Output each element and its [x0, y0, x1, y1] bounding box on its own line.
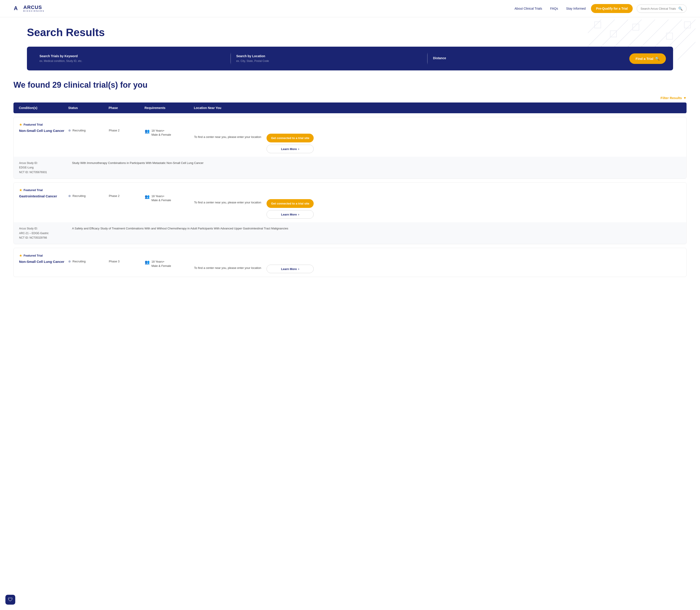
page-title: Search Results	[27, 26, 673, 38]
trials-container: ★ Featured Trial Non-Small Cell Lung Can…	[14, 113, 686, 277]
find-trial-button[interactable]: Find a Trial 🔍	[629, 53, 666, 64]
trial-card: ★ Featured Trial Non-Small Cell Lung Can…	[14, 248, 686, 277]
prequalify-button[interactable]: Pre-Qualify for a Trial	[591, 4, 633, 13]
condition-name: Gastrointestinal Cancer	[19, 194, 68, 198]
logo-sub: BIOSCIENCES	[23, 10, 45, 12]
status-dot	[68, 129, 71, 132]
logo[interactable]: A ARCUS BIOSCIENCES	[14, 4, 45, 13]
distance-label: Distance	[433, 56, 619, 60]
keyword-label: Search Trials by Keyword	[39, 54, 225, 58]
action-cell: Learn More ›	[267, 260, 314, 273]
status-text: Recruiting	[73, 260, 86, 263]
nav-link-about[interactable]: About Clinical Trials	[514, 7, 542, 10]
logo-text: ARCUS	[23, 4, 42, 10]
featured-label: Featured Trial	[23, 123, 43, 126]
header-status: Status	[68, 106, 109, 110]
study-ids: Arcus Study ID: EDGE-Lung NCT ID: NCT056…	[19, 161, 68, 175]
status-text: Recruiting	[73, 129, 86, 132]
filter-label: Filter Results	[661, 96, 682, 100]
condition-col: ★ Featured Trial Non-Small Cell Lung Can…	[19, 123, 68, 133]
phase-cell: Phase 2	[109, 188, 145, 197]
search-box: Search Trials by Keyword ex. Medical con…	[27, 47, 673, 70]
req-text: 18 Years+Male & Female	[152, 260, 171, 268]
study-id-label: Arcus Study ID:	[19, 227, 38, 230]
status-cell: Recruiting	[68, 123, 109, 132]
location-cell: To find a center near you, please enter …	[194, 129, 261, 139]
location-action-col: To find a center near you, please enter …	[194, 253, 681, 273]
location-action-col: To find a center near you, please enter …	[194, 123, 681, 153]
keyword-field: Search Trials by Keyword ex. Medical con…	[34, 54, 230, 63]
trial-card-bottom: Arcus Study ID: EDGE-Lung NCT ID: NCT056…	[14, 157, 686, 178]
chevron-icon: ›	[298, 267, 299, 271]
location-action-col: To find a center near you, please enter …	[194, 188, 681, 219]
distance-field: Distance	[428, 56, 624, 61]
people-icon: 👥	[145, 129, 150, 134]
learn-more-button[interactable]: Learn More ›	[267, 264, 314, 273]
header-conditions: Condition(s)	[19, 106, 68, 110]
study-id-label: Arcus Study ID:	[19, 161, 38, 165]
learn-more-label: Learn More	[281, 213, 297, 216]
star-icon: ★	[19, 188, 22, 192]
study-ids: Arcus Study ID: ARC-21 – EDGE-Gastric NC…	[19, 226, 68, 240]
header-location: Location Near You	[194, 106, 681, 110]
keyword-placeholder: ex. Medical condition, Study ID, etc.	[39, 60, 82, 63]
main-content: We found 29 clinical trial(s) for you Fi…	[0, 80, 700, 277]
status-cell: Recruiting	[68, 253, 109, 263]
location-label: Search by Location	[236, 54, 422, 58]
condition-col: ★ Featured Trial Gastrointestinal Cancer	[19, 188, 68, 198]
search-icon: 🔍	[678, 6, 683, 11]
learn-more-button[interactable]: Learn More ›	[267, 210, 314, 219]
learn-more-label: Learn More	[281, 147, 297, 151]
nav-link-stay-informed[interactable]: Stay Informed	[566, 7, 586, 10]
location-cell: To find a center near you, please enter …	[194, 194, 261, 205]
featured-badge: ★ Featured Trial	[19, 123, 68, 127]
trial-card-bottom: Arcus Study ID: ARC-21 – EDGE-Gastric NC…	[14, 222, 686, 244]
nav-search-bar: 🔍	[637, 4, 686, 13]
learn-more-button[interactable]: Learn More ›	[267, 145, 314, 153]
req-text: 18 Years+Male & Female	[152, 194, 171, 202]
connect-button[interactable]: Get connected to a trial site	[267, 199, 314, 208]
requirements-cell: 👥 18 Years+Male & Female	[145, 253, 194, 268]
location-cell: To find a center near you, please enter …	[194, 260, 261, 270]
learn-more-label: Learn More	[281, 267, 297, 271]
req-text: 18 Years+Male & Female	[152, 129, 171, 137]
requirements-cell: 👥 18 Years+Male & Female	[145, 123, 194, 137]
connect-button[interactable]: Get connected to a trial site	[267, 134, 314, 142]
nct-label: NCT ID:	[19, 236, 29, 239]
featured-label: Featured Trial	[23, 188, 43, 192]
condition-name: Non-Small Cell Lung Cancer	[19, 259, 68, 264]
status-dot	[68, 195, 71, 197]
trial-card-top: ★ Featured Trial Gastrointestinal Cancer…	[14, 182, 686, 222]
chevron-icon: ›	[298, 213, 299, 216]
status-text: Recruiting	[73, 194, 86, 197]
requirements-cell: 👥 18 Years+Male & Female	[145, 188, 194, 202]
star-icon: ★	[19, 123, 22, 127]
navbar: A ARCUS BIOSCIENCES About Clinical Trial…	[0, 0, 700, 17]
status-cell: Recruiting	[68, 188, 109, 197]
trial-card: ★ Featured Trial Gastrointestinal Cancer…	[14, 182, 686, 244]
filter-icon: ▼	[683, 96, 686, 100]
table-header: Condition(s) Status Phase Requirements L…	[14, 102, 686, 113]
logo-icon: A	[14, 4, 21, 13]
action-cell: Get connected to a trial site Learn More…	[267, 194, 314, 219]
star-icon: ★	[19, 253, 22, 258]
phase-cell: Phase 2	[109, 123, 145, 132]
study-id: EDGE-Lung	[19, 166, 34, 169]
people-icon: 👥	[145, 260, 150, 264]
study-description: A Safety and Efficacy Study of Treatment…	[72, 226, 681, 240]
filter-row: Filter Results ▼	[14, 96, 686, 100]
featured-badge: ★ Featured Trial	[19, 253, 68, 258]
header-requirements: Requirements	[144, 106, 194, 110]
filter-results-button[interactable]: Filter Results ▼	[661, 96, 686, 100]
location-field: Search by Location ex. City, State, Post…	[231, 54, 427, 63]
nav-search-input[interactable]	[640, 7, 677, 10]
svg-text:A: A	[14, 5, 18, 11]
trial-card: ★ Featured Trial Non-Small Cell Lung Can…	[14, 117, 686, 179]
condition-name: Non-Small Cell Lung Cancer	[19, 129, 68, 133]
status-dot	[68, 260, 71, 262]
nav-link-faqs[interactable]: FAQs	[550, 7, 558, 10]
chevron-icon: ›	[298, 147, 299, 151]
header-phase: Phase	[109, 106, 144, 110]
trial-card-top: ★ Featured Trial Non-Small Cell Lung Can…	[14, 117, 686, 157]
study-id: ARC-21 – EDGE-Gastric	[19, 232, 49, 235]
